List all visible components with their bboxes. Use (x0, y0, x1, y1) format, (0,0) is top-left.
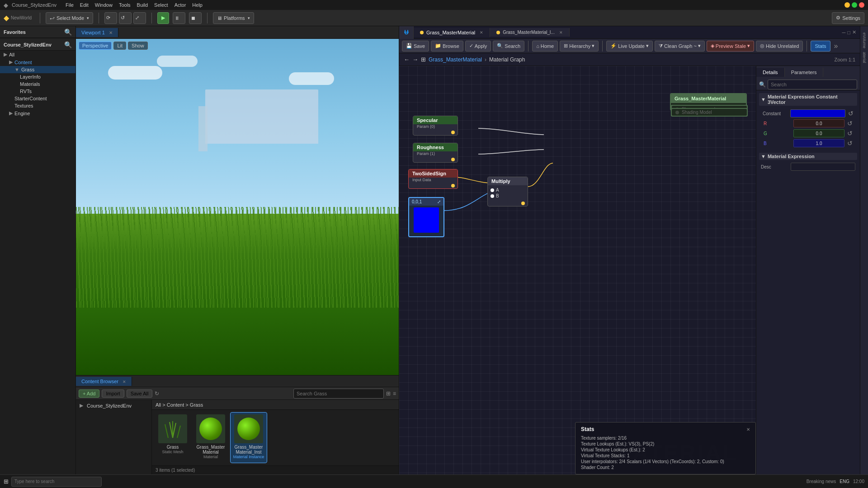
volume-label[interactable]: eVolume (862, 33, 867, 48)
tree-item-materials[interactable]: Materials (0, 80, 75, 88)
specular-out-pin[interactable] (451, 131, 455, 134)
pause-btn[interactable]: ⏸ (173, 12, 185, 24)
details-tab[interactable]: Details (756, 68, 785, 77)
viewport-tab-1[interactable]: Viewport 1 ✕ (76, 28, 118, 37)
settings-btn[interactable]: ⚙ Settings (832, 12, 864, 24)
transform-mode-btn[interactable]: ⟳ (104, 12, 117, 24)
mat-save-btn[interactable]: 💾 Save (402, 41, 429, 52)
nav-grid-icon[interactable]: ⊞ (421, 56, 426, 63)
cb-filter-icon[interactable]: ⊞ (386, 390, 391, 397)
play-btn[interactable]: ▶ (157, 12, 169, 24)
show-btn[interactable]: Show (128, 42, 148, 50)
color-vec-node[interactable]: 0,0,1 ⤢ (408, 197, 444, 237)
mat-tab2-close-icon[interactable]: ✕ (559, 30, 563, 35)
cb-tree-root[interactable]: ▶ Course_StylizedEnv (76, 402, 151, 409)
constant-reset-btn[interactable]: ↺ (848, 110, 854, 117)
tree-item-all[interactable]: ▶ All (0, 51, 75, 58)
menu-edit[interactable]: Edit (80, 2, 89, 8)
tree-item-startercontent[interactable]: StarterContent (0, 95, 75, 102)
preview-stale-btn[interactable]: ◈ Preview Stale ▾ (707, 41, 754, 52)
menu-help[interactable]: Help (192, 2, 203, 8)
tree-item-engine[interactable]: ▶ Engine (0, 109, 75, 117)
multiply-out-pin[interactable] (521, 202, 525, 205)
window-close-btn[interactable] (859, 2, 864, 8)
add-content-btn[interactable]: + Add (79, 389, 99, 398)
mat-apply-btn[interactable]: ✓ Apply (465, 41, 491, 52)
menu-build[interactable]: Build (137, 2, 148, 8)
mat-search-btn[interactable]: 🔍 Search (493, 41, 524, 52)
search-course-icon[interactable]: 🔍 (64, 41, 72, 48)
nav-back-icon[interactable]: ← (404, 56, 410, 63)
content-item-grass-mat[interactable]: Grass_Master Material Material (193, 413, 229, 463)
master-material-node[interactable]: Grass_MasterMaterial Base Color Metallic… (670, 93, 747, 111)
live-update-btn[interactable]: ⚡ Live Update ▾ (606, 41, 653, 52)
viewport-close-icon[interactable]: ✕ (109, 30, 113, 35)
sync-icon[interactable]: ↻ (155, 390, 159, 397)
select-mode-btn[interactable]: ⮐ Select Mode ▾ (46, 12, 93, 24)
twosided-node[interactable]: TwoSidedSign Input Data (408, 169, 458, 189)
ue-logo-icon[interactable]: ◆ (4, 14, 9, 22)
window-maximize-btn[interactable] (852, 2, 857, 8)
nav-forward-icon[interactable]: → (412, 56, 418, 63)
import-btn[interactable]: Import (102, 389, 124, 398)
viewport[interactable]: Perspective Lit Show (76, 39, 399, 375)
tree-item-textures[interactable]: Textures (0, 102, 75, 109)
cb-sort-icon[interactable]: ≡ (393, 390, 396, 397)
mat-win-min-icon[interactable]: ─ (842, 30, 846, 35)
mat-graph-canvas[interactable]: Specular Param (0) Roughness Param (1) (399, 66, 756, 474)
mat-browse-btn[interactable]: 📁 Browse (431, 41, 463, 52)
mat-tab1-close-icon[interactable]: ✕ (480, 30, 483, 35)
roughness-node[interactable]: Roughness Param (1) (413, 143, 458, 163)
mat-hierarchy-btn[interactable]: ⊞ Hierarchy ▾ (560, 41, 599, 52)
menu-tools[interactable]: Tools (119, 2, 131, 8)
specular-node[interactable]: Specular Param (0) (413, 116, 458, 136)
constant-3vec-header[interactable]: ▼ Material Expression Constant 3Vector (759, 93, 857, 106)
roughness-out-pin[interactable] (451, 158, 455, 161)
stats-btn[interactable]: Stats (811, 41, 830, 52)
material-label[interactable]: aterial (862, 52, 867, 63)
mat-editor-tab-2[interactable]: Grass_MasterMaterial_l... ✕ (490, 28, 569, 37)
lit-btn[interactable]: Lit (113, 42, 126, 50)
content-item-grass-mat-inst[interactable]: Grass_Master Material_Inst Material Inst… (231, 413, 267, 463)
g-reset-btn[interactable]: ↺ (847, 130, 853, 137)
stats-close-btn[interactable]: ✕ (746, 427, 750, 432)
tree-item-grass[interactable]: ▼ Grass (0, 66, 75, 73)
platforms-btn[interactable]: 🖥 Platforms ▾ (213, 12, 254, 24)
rotate-btn[interactable]: ↺ (119, 12, 132, 24)
start-btn[interactable]: ⊞ (4, 478, 9, 485)
tree-item-layerinfo[interactable]: LayerInfo (0, 73, 75, 80)
cb-tab-close-icon[interactable]: ✕ (123, 380, 126, 384)
save-all-btn[interactable]: Save All (127, 389, 153, 398)
window-minimize-btn[interactable] (844, 2, 850, 8)
search-favorites-icon[interactable]: 🔍 (64, 28, 72, 36)
details-search-input[interactable] (768, 80, 857, 89)
more-tools-icon[interactable]: » (832, 42, 840, 50)
tree-item-rvts[interactable]: RVTs (0, 88, 75, 95)
stop-btn[interactable]: ⏹ (189, 12, 202, 24)
menu-actor[interactable]: Actor (175, 2, 186, 8)
r-reset-btn[interactable]: ↺ (847, 120, 853, 127)
mat-win-max-icon[interactable]: □ (847, 30, 850, 35)
scale-btn[interactable]: ⤢ (133, 12, 146, 24)
menu-select[interactable]: Select (154, 2, 168, 8)
hide-unrelated-btn[interactable]: ◎ Hide Unrelated (756, 41, 803, 52)
color-vec-expand-icon[interactable]: ⤢ (437, 199, 441, 204)
tree-item-content[interactable]: ▶ Content (0, 58, 75, 66)
clean-graph-btn[interactable]: ⧩ Clean Graph ~ ▾ (655, 41, 705, 52)
twosided-out-pin[interactable] (451, 184, 455, 188)
color-swatch[interactable] (790, 109, 845, 117)
mat-expression-header[interactable]: ▼ Material Expression (759, 153, 857, 160)
perspective-btn[interactable]: Perspective (79, 42, 112, 50)
mat-win-close-icon[interactable]: ✕ (852, 29, 856, 35)
mat-editor-tab-1[interactable]: Grass_MasterMaterial ✕ (414, 28, 490, 37)
content-item-grass[interactable]: Grass Static Mesh (155, 413, 191, 463)
content-search-input[interactable] (293, 389, 384, 399)
parameters-tab[interactable]: Parameters (785, 68, 824, 77)
b-reset-btn[interactable]: ↺ (847, 140, 853, 147)
desc-input[interactable] (791, 163, 855, 171)
windows-search-input[interactable] (11, 477, 102, 487)
mat-home-btn[interactable]: ⌂ Home (532, 41, 558, 52)
menu-file[interactable]: File (66, 2, 74, 8)
menu-window[interactable]: Window (95, 2, 113, 8)
mat-breadcrumb-name[interactable]: Grass_MasterMaterial (429, 56, 482, 63)
